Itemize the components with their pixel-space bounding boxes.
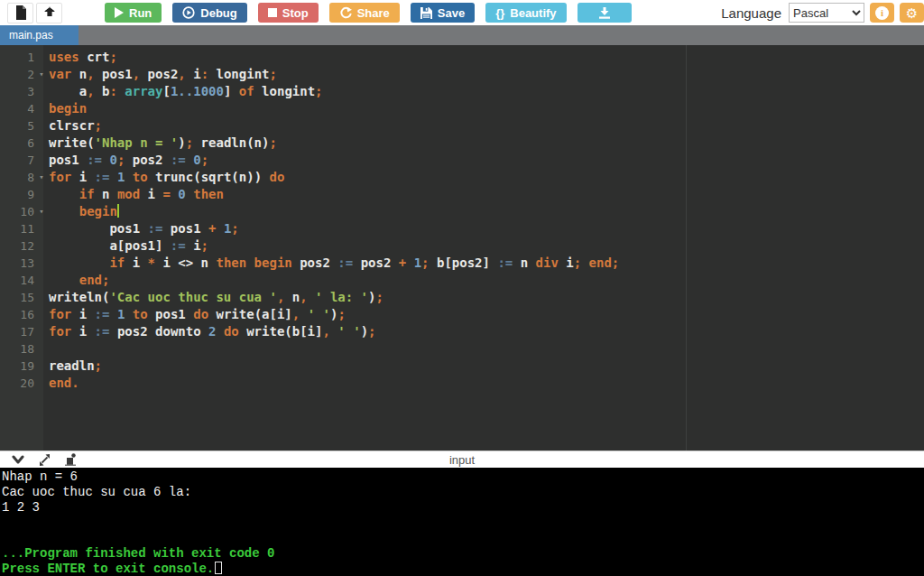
share-label: Share <box>357 6 390 20</box>
code-line[interactable]: pos1 := pos1 + 1; <box>49 220 924 237</box>
console-stdin-button[interactable] <box>62 452 79 467</box>
language-label: Language <box>721 5 781 21</box>
line-number: 10 <box>0 203 34 220</box>
line-number: 12 <box>0 237 34 255</box>
new-file-button[interactable] <box>7 3 33 23</box>
code-line[interactable]: write('Nhap n = '); readln(n); <box>49 135 924 152</box>
code-line[interactable]: for i := pos2 downto 2 do write(b[i], ' … <box>49 323 924 340</box>
fold-gutter <box>34 375 49 392</box>
line-number: 14 <box>0 272 34 289</box>
stop-label: Stop <box>282 6 309 20</box>
code-line[interactable]: var n, pos1, pos2, i: longint; <box>49 66 924 83</box>
collapse-console-button[interactable] <box>10 452 26 467</box>
run-button[interactable]: Run <box>105 3 162 23</box>
console-line: ...Program finished with exit code 0 <box>2 546 924 562</box>
tab-main-pas[interactable]: main.pas <box>0 25 79 45</box>
editor-line: 15writeln('Cac uoc thuc su cua ', n, ' l… <box>0 289 924 306</box>
info-button[interactable]: i <box>870 3 894 23</box>
line-number: 19 <box>0 358 34 375</box>
beautify-button[interactable]: {} Beautify <box>485 3 566 23</box>
save-floppy-icon <box>420 7 432 19</box>
console-toolbar: input <box>0 451 924 468</box>
info-icon: i <box>875 6 889 20</box>
fold-gutter <box>34 272 49 289</box>
editor-line: 18 <box>0 340 924 358</box>
editor-line: 16for i := 1 to pos1 do write(a[i], ' ')… <box>0 306 924 323</box>
braces-icon: {} <box>495 6 504 20</box>
fold-gutter <box>34 100 49 117</box>
stop-square-icon <box>268 8 277 17</box>
fold-arrow-icon[interactable]: ▾ <box>34 66 49 83</box>
code-line[interactable]: writeln('Cac uoc thuc su cua ', n, ' la:… <box>49 289 924 306</box>
code-line[interactable]: clrscr; <box>49 117 924 135</box>
line-number: 5 <box>0 117 34 135</box>
fold-gutter <box>34 135 49 152</box>
console-stdin-icon <box>65 453 77 466</box>
line-number: 3 <box>0 83 34 100</box>
line-number: 6 <box>0 135 34 152</box>
editor-tabbar: main.pas <box>0 25 924 45</box>
editor-line: 17for i := pos2 downto 2 do write(b[i], … <box>0 323 924 340</box>
line-number: 2 <box>0 66 34 83</box>
upload-button[interactable] <box>36 3 62 23</box>
gear-icon: ⚙ <box>906 6 918 20</box>
download-button[interactable] <box>578 3 632 23</box>
editor-line: 10▾ begin <box>0 203 924 220</box>
code-lines: 1uses crt;2▾var n, pos1, pos2, i: longin… <box>0 45 924 392</box>
tab-label: main.pas <box>9 29 53 42</box>
code-line[interactable]: if i * i <> n then begin pos2 := pos2 + … <box>49 255 924 272</box>
fold-gutter <box>34 255 49 272</box>
code-line[interactable]: a[pos1] := i; <box>49 237 924 255</box>
console-output[interactable]: Nhap n = 6Cac uoc thuc su cua 6 la:1 2 3… <box>0 468 924 576</box>
fold-gutter <box>34 340 49 358</box>
save-button[interactable]: Save <box>411 3 475 23</box>
fold-gutter <box>34 152 49 169</box>
line-number: 17 <box>0 323 34 340</box>
code-line[interactable]: pos1 := 0; pos2 := 0; <box>49 152 924 169</box>
stop-button[interactable]: Stop <box>258 3 319 23</box>
code-line[interactable]: a, b: array[1..1000] of longint; <box>49 83 924 100</box>
code-line[interactable]: readln; <box>49 358 924 375</box>
code-editor[interactable]: 1uses crt;2▾var n, pos1, pos2, i: longin… <box>0 45 924 451</box>
debug-play-circle-icon <box>182 6 195 19</box>
beautify-label: Beautify <box>510 6 556 20</box>
line-number: 18 <box>0 340 34 358</box>
code-line[interactable]: begin <box>49 203 924 220</box>
console-input-tab-label: input <box>0 453 924 467</box>
console-lines: Nhap n = 6Cac uoc thuc su cua 6 la:1 2 3… <box>2 469 924 576</box>
fold-gutter <box>34 83 49 100</box>
code-line[interactable]: begin <box>49 100 924 117</box>
fold-gutter <box>34 306 49 323</box>
line-number: 4 <box>0 100 34 117</box>
code-line[interactable]: for i := 1 to trunc(sqrt(n)) do <box>49 169 924 186</box>
line-number: 8 <box>0 169 34 186</box>
top-toolbar: Run Debug Stop Share Save {} Beautify La… <box>0 0 924 25</box>
console-line: Cac uoc thuc su cua 6 la: <box>2 485 924 500</box>
debug-label: Debug <box>200 6 236 20</box>
console-line <box>2 531 924 546</box>
settings-button[interactable]: ⚙ <box>900 3 924 23</box>
file-icon <box>14 5 27 20</box>
language-select[interactable]: Pascal <box>789 3 864 23</box>
line-number: 16 <box>0 306 34 323</box>
expand-console-button[interactable] <box>36 452 52 467</box>
fold-arrow-icon[interactable]: ▾ <box>34 203 49 220</box>
editor-line: 13 if i * i <> n then begin pos2 := pos2… <box>0 255 924 272</box>
code-line[interactable]: end; <box>49 272 924 289</box>
line-number: 15 <box>0 289 34 306</box>
code-line[interactable]: uses crt; <box>49 49 924 66</box>
line-number: 1 <box>0 49 34 66</box>
line-number: 9 <box>0 186 34 203</box>
fold-arrow-icon[interactable]: ▾ <box>34 169 49 186</box>
debug-button[interactable]: Debug <box>172 3 246 23</box>
editor-line: 14 end; <box>0 272 924 289</box>
code-line[interactable]: end. <box>49 375 924 392</box>
code-line[interactable]: for i := 1 to pos1 do write(a[i], ' '); <box>49 306 924 323</box>
editor-line: 8▾for i := 1 to trunc(sqrt(n)) do <box>0 169 924 186</box>
code-line[interactable]: if n mod i = 0 then <box>49 186 924 203</box>
run-label: Run <box>129 6 152 20</box>
code-line[interactable] <box>49 340 924 358</box>
share-button[interactable]: Share <box>329 3 400 23</box>
editor-line: 19readln; <box>0 358 924 375</box>
editor-line: 9 if n mod i = 0 then <box>0 186 924 203</box>
